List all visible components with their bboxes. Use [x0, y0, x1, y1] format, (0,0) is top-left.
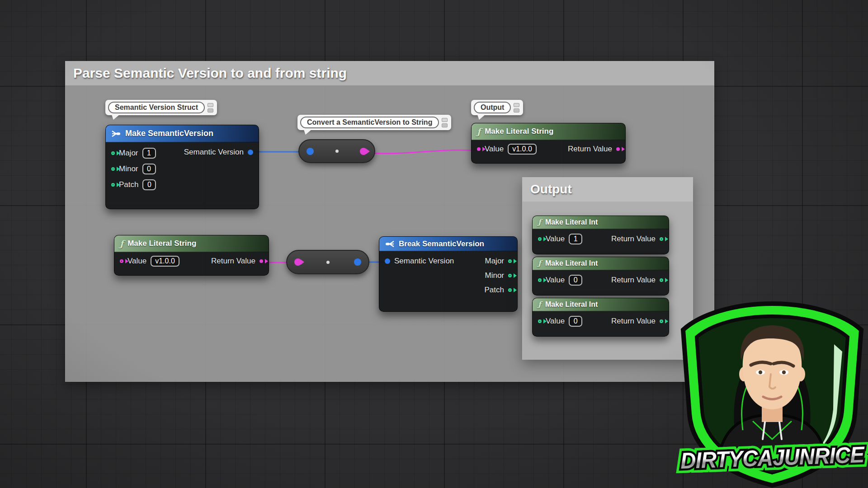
node-make-semanticversion-header[interactable]: Make SemanticVersion — [106, 125, 259, 142]
node-make-literal-string-bottom-header[interactable]: ƒ Make Literal String — [114, 235, 269, 252]
patch-value-field[interactable]: 0 — [142, 179, 156, 190]
int-value-field[interactable]: 0 — [569, 316, 582, 327]
input-pin-major[interactable] — [111, 151, 115, 155]
input-pin-value[interactable] — [538, 237, 542, 241]
reroute-bottom-input-pin[interactable] — [294, 258, 302, 266]
bubble-pin-icon[interactable] — [442, 118, 448, 122]
string-value-field[interactable]: v1.0.0 — [508, 144, 537, 155]
int-value-field[interactable]: 1 — [569, 234, 582, 244]
function-icon: ƒ — [477, 127, 481, 136]
comment-box-main-header[interactable]: Parse Semantic Version to and from strin… — [65, 61, 714, 85]
node-make-literal-string-top[interactable]: ƒ Make Literal String Value v1.0.0 Retur… — [471, 123, 626, 164]
function-icon: ƒ — [538, 260, 541, 267]
output-pin-return-value[interactable] — [660, 237, 663, 241]
comment-bubble-convert[interactable]: Convert a SemanticVersion to String — [297, 115, 451, 130]
node-break-semanticversion-header[interactable]: Break SemanticVersion — [379, 237, 517, 251]
output-pin-minor[interactable] — [508, 274, 512, 277]
comment-box-main-title: Parse Semantic Version to and from strin… — [73, 66, 347, 81]
node-title: Make Literal String — [127, 239, 196, 248]
bubble-collapse-icon[interactable] — [442, 123, 448, 127]
pin-row-minor: Minor 0 — [111, 164, 156, 174]
make-struct-icon — [111, 130, 121, 137]
comment-bubble-output[interactable]: Output — [471, 100, 523, 115]
node-make-semanticversion[interactable]: Make SemanticVersion Major 1 Minor 0 Pat… — [105, 125, 259, 209]
pin-row-patch: Patch 0 — [111, 179, 156, 190]
node-title: Make Literal Int — [545, 259, 598, 267]
node-title: Break SemanticVersion — [399, 239, 484, 249]
function-icon: ƒ — [538, 219, 541, 226]
minor-value-field[interactable]: 0 — [142, 164, 156, 174]
node-title: Make SemanticVersion — [125, 129, 213, 138]
input-pin-value[interactable] — [538, 319, 542, 323]
pin-row-major-out: Major — [485, 257, 512, 266]
bubble-collapse-icon[interactable] — [208, 108, 213, 113]
reroute-node-top[interactable] — [298, 139, 375, 163]
dirtycajunrice-logo: DIRTYCAJUNRICE DIRTYCAJUNRICE — [675, 301, 868, 488]
comment-box-output-header[interactable]: Output — [522, 177, 693, 202]
reroute-top-input-pin[interactable] — [307, 148, 314, 155]
major-value-field[interactable]: 1 — [142, 148, 156, 159]
node-make-literal-int-1[interactable]: ƒ Make Literal Int Value 1 Return Value — [532, 216, 669, 254]
pin-label: Patch — [485, 286, 504, 295]
pin-label: Return Value — [211, 257, 255, 266]
bubble-icons — [208, 103, 214, 113]
node-make-literal-int-3[interactable]: ƒ Make Literal Int Value 0 Return Value — [532, 298, 669, 337]
pin-row-value: Value v1.0.0 — [477, 144, 537, 155]
node-title: Make Literal String — [485, 127, 553, 136]
function-icon: ƒ — [120, 239, 123, 248]
comment-bubble-text: Convert a SemanticVersion to String — [300, 117, 439, 128]
function-icon: ƒ — [538, 301, 541, 308]
node-make-literal-int-1-header[interactable]: ƒ Make Literal Int — [533, 216, 669, 229]
pin-row-semver-in: Semantic Version — [385, 257, 454, 266]
comment-bubble-text: Output — [474, 102, 511, 113]
output-pin-return-value[interactable] — [616, 147, 620, 151]
pin-label: Major — [485, 257, 504, 266]
pin-row-return: Return Value — [611, 235, 663, 244]
input-pin-value[interactable] — [120, 259, 123, 263]
string-value-field[interactable]: v1.0.0 — [151, 256, 179, 267]
input-pin-semanticversion[interactable] — [385, 258, 390, 264]
pin-label: Minor — [119, 164, 138, 174]
node-make-literal-int-2[interactable]: ƒ Make Literal Int Value 0 Return Value — [532, 257, 669, 296]
bubble-icons — [514, 103, 520, 113]
blueprint-canvas[interactable]: Parse Semantic Version to and from strin… — [0, 0, 868, 488]
node-make-literal-int-2-header[interactable]: ƒ Make Literal Int — [533, 257, 669, 270]
pin-row-value: Value 0 — [538, 316, 582, 327]
node-make-literal-string-top-header[interactable]: ƒ Make Literal String — [472, 123, 625, 140]
node-make-literal-int-3-header[interactable]: ƒ Make Literal Int — [533, 298, 669, 311]
comment-bubble-text: Semantic Version Struct — [108, 102, 205, 113]
pin-label: Major — [119, 149, 138, 158]
reroute-node-bottom[interactable] — [286, 250, 369, 274]
pin-label: Value — [127, 257, 146, 266]
bubble-pin-icon[interactable] — [208, 103, 213, 107]
output-pin-return-value[interactable] — [259, 259, 263, 263]
output-pin-return-value[interactable] — [660, 278, 663, 282]
pin-label: Semantic Version — [184, 148, 244, 157]
pin-row-return: Return Value — [611, 317, 663, 326]
output-pin-return-value[interactable] — [660, 319, 663, 323]
input-pin-minor[interactable] — [111, 167, 115, 171]
comment-bubble-struct[interactable]: Semantic Version Struct — [105, 100, 217, 115]
pin-row-patch-out: Patch — [485, 286, 512, 295]
pin-row-return: Return Value — [611, 276, 663, 285]
pin-label: Return Value — [611, 317, 656, 326]
pin-row-minor-out: Minor — [485, 271, 512, 280]
node-make-literal-string-bottom[interactable]: ƒ Make Literal String Value v1.0.0 Retur… — [114, 235, 269, 276]
output-pin-semanticversion[interactable] — [248, 150, 253, 155]
reroute-dot-icon — [335, 150, 339, 153]
output-pin-major[interactable] — [508, 259, 512, 263]
node-break-semanticversion[interactable]: Break SemanticVersion Semantic Version M… — [379, 236, 518, 312]
pin-row-value: Value 0 — [538, 275, 582, 286]
reroute-top-output-pin[interactable] — [360, 148, 367, 155]
pin-label: Semantic Version — [394, 257, 454, 266]
int-value-field[interactable]: 0 — [569, 275, 582, 286]
bubble-collapse-icon[interactable] — [514, 108, 519, 113]
pin-label: Minor — [485, 271, 504, 280]
bubble-pin-icon[interactable] — [514, 103, 519, 107]
input-pin-value[interactable] — [538, 278, 542, 282]
pin-row-value: Value v1.0.0 — [120, 256, 179, 267]
reroute-bottom-output-pin[interactable] — [354, 258, 361, 266]
output-pin-patch[interactable] — [508, 288, 512, 292]
input-pin-patch[interactable] — [111, 183, 115, 187]
input-pin-value[interactable] — [477, 147, 481, 151]
